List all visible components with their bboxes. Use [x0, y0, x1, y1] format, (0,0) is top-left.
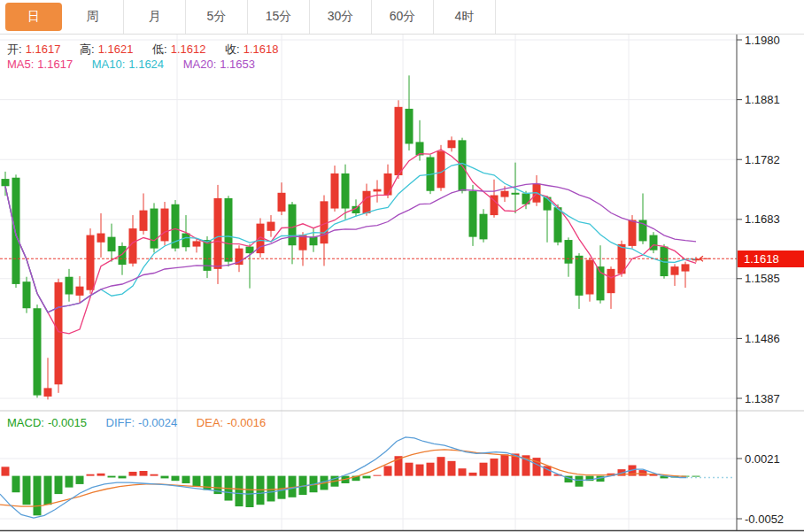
svg-text:1.1585: 1.1585: [745, 272, 780, 285]
tab-week[interactable]: 周: [62, 0, 124, 34]
ma-readout: MA5:1.1617 MA10:1.1624 MA20:1.1653: [7, 58, 271, 71]
diff-value: -0.0024: [138, 416, 177, 429]
tab-4hour-label: 4时: [455, 9, 475, 25]
current-price-tag: 1.1618: [738, 251, 804, 267]
svg-text:1.1881: 1.1881: [745, 93, 780, 106]
macd-readout: MACD:-0.0015 DIFF:-0.0024 DEA:-0.0016: [7, 416, 282, 429]
macd-value: -0.0015: [48, 416, 87, 429]
dea-value: -0.0016: [227, 416, 266, 429]
chart-canvas[interactable]: 1.19801.18811.17821.16831.15851.14861.13…: [0, 0, 804, 532]
svg-text:1.1486: 1.1486: [745, 332, 780, 345]
ma5-label: MA5:: [7, 58, 34, 71]
tab-day-label: 日: [27, 9, 40, 25]
close-label: 收:: [225, 42, 240, 56]
tab-5min-label: 5分: [207, 9, 227, 25]
timeframe-toolbar: 日 周 月 5分 15分 30分 60分 4时: [0, 0, 804, 35]
ma10-label: MA10:: [92, 58, 126, 71]
svg-text:-0.0052: -0.0052: [745, 513, 784, 526]
tab-15min-label: 15分: [266, 9, 292, 25]
tab-30min-label: 30分: [328, 9, 354, 25]
tab-30min[interactable]: 30分: [310, 0, 372, 34]
high-label: 高:: [80, 42, 95, 56]
tab-5min[interactable]: 5分: [186, 0, 248, 34]
svg-text:0.0021: 0.0021: [745, 452, 780, 466]
ohlc-readout: 开:1.1617 高:1.1621 低:1.1612 收:1.1618: [7, 42, 294, 58]
ma10-value: 1.1624: [128, 58, 164, 71]
close-value: 1.1618: [244, 42, 279, 56]
low-label: 低:: [152, 42, 167, 56]
tab-15min[interactable]: 15分: [248, 0, 310, 34]
low-value: 1.1612: [171, 42, 206, 56]
svg-text:1.1387: 1.1387: [745, 392, 780, 405]
tab-60min-label: 60分: [390, 9, 416, 25]
macd-label: MACD:: [7, 416, 44, 429]
tab-week-label: 周: [87, 9, 99, 25]
chart-app: 日 周 月 5分 15分 30分 60分 4时 1.19801.18811.17…: [0, 0, 804, 532]
tab-4hour[interactable]: 4时: [434, 0, 496, 34]
ma20-value: 1.1653: [220, 58, 255, 71]
svg-text:1.1980: 1.1980: [745, 34, 780, 47]
tab-60min[interactable]: 60分: [372, 0, 434, 34]
tab-month-label: 月: [149, 9, 161, 25]
svg-text:1.1782: 1.1782: [745, 153, 780, 166]
diff-label: DIFF:: [106, 416, 135, 429]
svg-text:1.1683: 1.1683: [745, 212, 780, 226]
high-value: 1.1621: [98, 42, 134, 56]
ma5-value: 1.1617: [37, 58, 73, 71]
open-value: 1.1617: [26, 42, 61, 56]
ma20-label: MA20:: [183, 58, 217, 71]
dea-label: DEA:: [197, 416, 223, 429]
tab-day[interactable]: 日: [5, 3, 62, 31]
open-label: 开:: [7, 42, 22, 56]
tab-month[interactable]: 月: [124, 0, 186, 34]
